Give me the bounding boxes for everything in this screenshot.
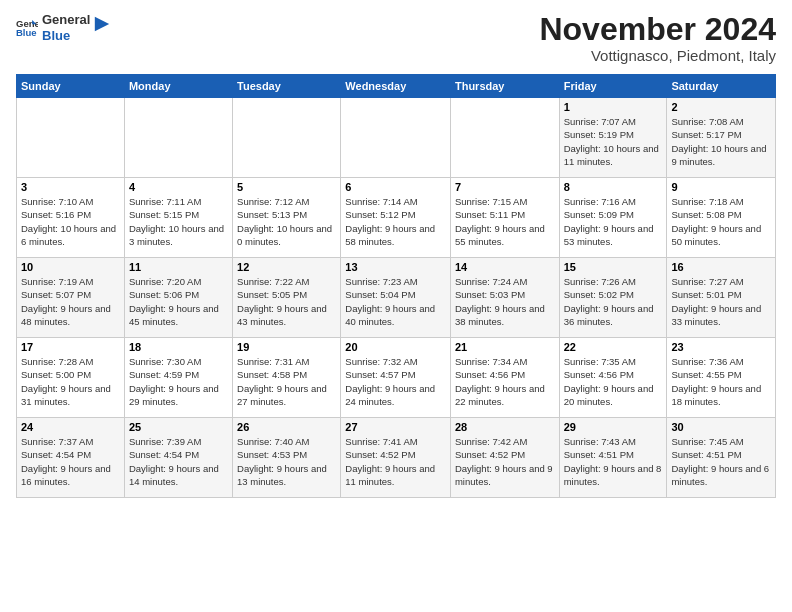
logo-text-general: General — [42, 12, 90, 28]
table-row: 7Sunrise: 7:15 AM Sunset: 5:11 PM Daylig… — [450, 178, 559, 258]
calendar-week-row: 10Sunrise: 7:19 AM Sunset: 5:07 PM Dayli… — [17, 258, 776, 338]
col-saturday: Saturday — [667, 75, 776, 98]
calendar-week-row: 17Sunrise: 7:28 AM Sunset: 5:00 PM Dayli… — [17, 338, 776, 418]
table-row: 8Sunrise: 7:16 AM Sunset: 5:09 PM Daylig… — [559, 178, 667, 258]
table-row: 14Sunrise: 7:24 AM Sunset: 5:03 PM Dayli… — [450, 258, 559, 338]
day-number: 21 — [455, 341, 555, 353]
day-number: 29 — [564, 421, 663, 433]
table-row: 5Sunrise: 7:12 AM Sunset: 5:13 PM Daylig… — [233, 178, 341, 258]
table-row: 28Sunrise: 7:42 AM Sunset: 4:52 PM Dayli… — [450, 418, 559, 498]
day-info: Sunrise: 7:41 AM Sunset: 4:52 PM Dayligh… — [345, 435, 446, 488]
day-info: Sunrise: 7:26 AM Sunset: 5:02 PM Dayligh… — [564, 275, 663, 328]
table-row: 16Sunrise: 7:27 AM Sunset: 5:01 PM Dayli… — [667, 258, 776, 338]
calendar-week-row: 1Sunrise: 7:07 AM Sunset: 5:19 PM Daylig… — [17, 98, 776, 178]
day-number: 5 — [237, 181, 336, 193]
day-info: Sunrise: 7:43 AM Sunset: 4:51 PM Dayligh… — [564, 435, 663, 488]
table-row — [124, 98, 232, 178]
table-row: 21Sunrise: 7:34 AM Sunset: 4:56 PM Dayli… — [450, 338, 559, 418]
calendar-week-row: 3Sunrise: 7:10 AM Sunset: 5:16 PM Daylig… — [17, 178, 776, 258]
day-info: Sunrise: 7:23 AM Sunset: 5:04 PM Dayligh… — [345, 275, 446, 328]
day-number: 11 — [129, 261, 228, 273]
day-info: Sunrise: 7:24 AM Sunset: 5:03 PM Dayligh… — [455, 275, 555, 328]
title-area: November 2024 Vottignasco, Piedmont, Ita… — [539, 12, 776, 64]
day-number: 23 — [671, 341, 771, 353]
day-info: Sunrise: 7:14 AM Sunset: 5:12 PM Dayligh… — [345, 195, 446, 248]
table-row: 6Sunrise: 7:14 AM Sunset: 5:12 PM Daylig… — [341, 178, 451, 258]
day-info: Sunrise: 7:39 AM Sunset: 4:54 PM Dayligh… — [129, 435, 228, 488]
day-number: 1 — [564, 101, 663, 113]
day-number: 2 — [671, 101, 771, 113]
day-number: 17 — [21, 341, 120, 353]
day-number: 14 — [455, 261, 555, 273]
table-row — [450, 98, 559, 178]
day-number: 27 — [345, 421, 446, 433]
day-info: Sunrise: 7:37 AM Sunset: 4:54 PM Dayligh… — [21, 435, 120, 488]
col-monday: Monday — [124, 75, 232, 98]
day-number: 26 — [237, 421, 336, 433]
day-info: Sunrise: 7:08 AM Sunset: 5:17 PM Dayligh… — [671, 115, 771, 168]
day-info: Sunrise: 7:15 AM Sunset: 5:11 PM Dayligh… — [455, 195, 555, 248]
day-info: Sunrise: 7:19 AM Sunset: 5:07 PM Dayligh… — [21, 275, 120, 328]
calendar-week-row: 24Sunrise: 7:37 AM Sunset: 4:54 PM Dayli… — [17, 418, 776, 498]
calendar-header-row: Sunday Monday Tuesday Wednesday Thursday… — [17, 75, 776, 98]
day-info: Sunrise: 7:12 AM Sunset: 5:13 PM Dayligh… — [237, 195, 336, 248]
day-number: 28 — [455, 421, 555, 433]
table-row: 9Sunrise: 7:18 AM Sunset: 5:08 PM Daylig… — [667, 178, 776, 258]
table-row: 27Sunrise: 7:41 AM Sunset: 4:52 PM Dayli… — [341, 418, 451, 498]
table-row: 22Sunrise: 7:35 AM Sunset: 4:56 PM Dayli… — [559, 338, 667, 418]
day-info: Sunrise: 7:11 AM Sunset: 5:15 PM Dayligh… — [129, 195, 228, 248]
table-row: 23Sunrise: 7:36 AM Sunset: 4:55 PM Dayli… — [667, 338, 776, 418]
day-number: 6 — [345, 181, 446, 193]
logo-text-blue: Blue — [42, 28, 90, 44]
day-info: Sunrise: 7:36 AM Sunset: 4:55 PM Dayligh… — [671, 355, 771, 408]
day-number: 13 — [345, 261, 446, 273]
day-info: Sunrise: 7:22 AM Sunset: 5:05 PM Dayligh… — [237, 275, 336, 328]
logo: General Blue General Blue — [16, 12, 111, 43]
table-row: 17Sunrise: 7:28 AM Sunset: 5:00 PM Dayli… — [17, 338, 125, 418]
table-row: 4Sunrise: 7:11 AM Sunset: 5:15 PM Daylig… — [124, 178, 232, 258]
day-info: Sunrise: 7:16 AM Sunset: 5:09 PM Dayligh… — [564, 195, 663, 248]
day-number: 10 — [21, 261, 120, 273]
day-number: 7 — [455, 181, 555, 193]
day-number: 18 — [129, 341, 228, 353]
day-number: 30 — [671, 421, 771, 433]
table-row: 1Sunrise: 7:07 AM Sunset: 5:19 PM Daylig… — [559, 98, 667, 178]
subtitle: Vottignasco, Piedmont, Italy — [539, 47, 776, 64]
day-number: 3 — [21, 181, 120, 193]
table-row: 12Sunrise: 7:22 AM Sunset: 5:05 PM Dayli… — [233, 258, 341, 338]
day-info: Sunrise: 7:10 AM Sunset: 5:16 PM Dayligh… — [21, 195, 120, 248]
svg-marker-3 — [95, 16, 109, 30]
day-number: 19 — [237, 341, 336, 353]
day-info: Sunrise: 7:42 AM Sunset: 4:52 PM Dayligh… — [455, 435, 555, 488]
day-info: Sunrise: 7:34 AM Sunset: 4:56 PM Dayligh… — [455, 355, 555, 408]
day-number: 20 — [345, 341, 446, 353]
day-info: Sunrise: 7:40 AM Sunset: 4:53 PM Dayligh… — [237, 435, 336, 488]
day-number: 8 — [564, 181, 663, 193]
day-number: 25 — [129, 421, 228, 433]
day-number: 16 — [671, 261, 771, 273]
table-row: 29Sunrise: 7:43 AM Sunset: 4:51 PM Dayli… — [559, 418, 667, 498]
day-number: 22 — [564, 341, 663, 353]
table-row: 19Sunrise: 7:31 AM Sunset: 4:58 PM Dayli… — [233, 338, 341, 418]
col-tuesday: Tuesday — [233, 75, 341, 98]
day-info: Sunrise: 7:18 AM Sunset: 5:08 PM Dayligh… — [671, 195, 771, 248]
calendar-table: Sunday Monday Tuesday Wednesday Thursday… — [16, 74, 776, 498]
day-info: Sunrise: 7:30 AM Sunset: 4:59 PM Dayligh… — [129, 355, 228, 408]
table-row: 13Sunrise: 7:23 AM Sunset: 5:04 PM Dayli… — [341, 258, 451, 338]
logo-icon: General Blue — [16, 17, 38, 39]
day-number: 12 — [237, 261, 336, 273]
svg-text:Blue: Blue — [16, 27, 37, 38]
logo-flag-icon — [93, 15, 111, 33]
table-row — [17, 98, 125, 178]
table-row: 24Sunrise: 7:37 AM Sunset: 4:54 PM Dayli… — [17, 418, 125, 498]
day-info: Sunrise: 7:31 AM Sunset: 4:58 PM Dayligh… — [237, 355, 336, 408]
col-friday: Friday — [559, 75, 667, 98]
day-info: Sunrise: 7:35 AM Sunset: 4:56 PM Dayligh… — [564, 355, 663, 408]
month-title: November 2024 — [539, 12, 776, 47]
table-row: 18Sunrise: 7:30 AM Sunset: 4:59 PM Dayli… — [124, 338, 232, 418]
day-info: Sunrise: 7:28 AM Sunset: 5:00 PM Dayligh… — [21, 355, 120, 408]
table-row — [341, 98, 451, 178]
table-row: 10Sunrise: 7:19 AM Sunset: 5:07 PM Dayli… — [17, 258, 125, 338]
page-header: General Blue General Blue November 2024 … — [16, 12, 776, 64]
table-row: 3Sunrise: 7:10 AM Sunset: 5:16 PM Daylig… — [17, 178, 125, 258]
